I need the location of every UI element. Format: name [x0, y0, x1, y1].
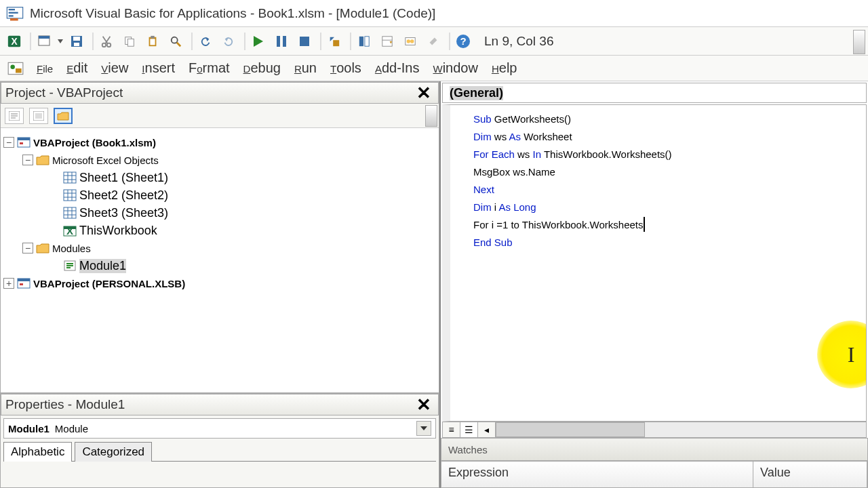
svg-rect-11	[73, 37, 80, 41]
help-button[interactable]: ?	[453, 31, 473, 52]
properties-pane: Properties - Module1 ✕ Module1 Module Al…	[0, 393, 439, 488]
svg-text:?: ?	[460, 35, 466, 47]
vbaproject-icon	[17, 136, 31, 148]
tree-sheet2[interactable]: Sheet2 (Sheet2)	[79, 188, 168, 203]
full-module-view-button[interactable]: ☰	[460, 422, 478, 437]
scroll-left-button[interactable]: ◂	[478, 422, 496, 437]
folder-modules[interactable]: Modules	[52, 243, 91, 254]
project-explorer-button[interactable]	[354, 31, 374, 52]
collapse-icon[interactable]: −	[22, 243, 33, 253]
standard-toolbar: X ? Ln 9, Col 36	[0, 27, 868, 56]
toggle-folders-button[interactable]	[54, 108, 73, 124]
project-tree[interactable]: −VBAProject (Book1.xlsm) −Microsoft Exce…	[1, 128, 439, 392]
properties-obj-type: Module	[55, 423, 88, 434]
copy-button[interactable]	[119, 31, 140, 52]
menu-help[interactable]: Help	[485, 58, 524, 79]
insert-userform-button[interactable]	[34, 31, 54, 52]
svg-marker-24	[254, 36, 263, 47]
watches-col-expression[interactable]: Expression	[441, 462, 753, 487]
menubar: File Edit View Insert Format Debug Run T…	[0, 56, 868, 81]
redo-button[interactable]	[218, 31, 239, 52]
reset-button[interactable]	[294, 31, 315, 52]
project-root-2[interactable]: VBAProject (PERSONAL.XLSB)	[33, 278, 185, 289]
svg-text:X: X	[66, 225, 73, 237]
text-cursor	[644, 217, 645, 232]
project-explorer-close[interactable]: ✕	[414, 83, 434, 104]
expand-icon[interactable]: +	[3, 278, 14, 289]
svg-point-20	[172, 37, 178, 43]
tab-categorized[interactable]: Categorized	[75, 442, 152, 462]
save-button[interactable]	[66, 31, 87, 52]
svg-marker-22	[205, 37, 209, 41]
module-icon	[7, 60, 24, 77]
svg-point-37	[410, 39, 414, 43]
svg-rect-42	[16, 68, 22, 73]
tree-module1[interactable]: Module1	[79, 259, 126, 273]
svg-rect-31	[365, 36, 369, 45]
procedure-view-button[interactable]: ≡	[443, 422, 460, 437]
watches-grid[interactable]: Expression Value	[441, 461, 868, 488]
svg-rect-4	[10, 18, 18, 21]
vbaproject-icon	[17, 277, 31, 289]
svg-text:X: X	[11, 36, 18, 46]
properties-object-selector[interactable]: Module1 Module	[3, 418, 436, 439]
toolbox-button[interactable]	[423, 31, 443, 52]
svg-rect-48	[35, 113, 42, 119]
project-toolbar-overflow[interactable]	[425, 105, 437, 127]
svg-marker-9	[58, 39, 63, 43]
collapse-icon[interactable]: −	[3, 137, 14, 148]
menu-window[interactable]: Window	[426, 58, 484, 79]
menu-edit[interactable]: Edit	[60, 58, 94, 79]
tree-sheet1[interactable]: Sheet1 (Sheet1)	[79, 171, 168, 185]
svg-rect-18	[150, 39, 155, 45]
properties-button[interactable]	[377, 31, 397, 52]
insert-dropdown[interactable]	[57, 39, 64, 43]
svg-rect-8	[39, 36, 50, 39]
excel-icon[interactable]: X	[4, 31, 24, 52]
vba-app-icon	[5, 4, 24, 23]
project-root-1[interactable]: VBAProject (Book1.xlsm)	[33, 137, 156, 148]
menu-tools[interactable]: Tools	[323, 58, 368, 79]
cut-button[interactable]	[96, 31, 117, 52]
svg-rect-76	[20, 283, 23, 285]
view-code-button[interactable]	[5, 108, 24, 124]
menu-debug[interactable]: Debug	[237, 58, 288, 79]
menu-view[interactable]: View	[94, 58, 135, 79]
find-button[interactable]	[165, 31, 186, 52]
menu-file[interactable]: File	[30, 58, 60, 79]
highlight-overlay: I	[817, 321, 867, 388]
properties-obj-name: Module1	[8, 423, 50, 434]
horizontal-scrollbar[interactable]	[496, 422, 866, 437]
menu-insert[interactable]: Insert	[135, 58, 182, 79]
window-title: Microsoft Visual Basic for Applications …	[30, 6, 435, 21]
menu-addins[interactable]: Add-Ins	[368, 58, 427, 79]
properties-close[interactable]: ✕	[414, 394, 434, 415]
tab-alphabetic[interactable]: Alphabetic	[3, 442, 72, 462]
run-button[interactable]	[248, 31, 269, 52]
cursor-position: Ln 9, Col 36	[484, 34, 553, 49]
view-object-button[interactable]	[29, 108, 48, 124]
menu-format[interactable]: Format	[182, 58, 237, 79]
project-explorer: Project - VBAProject ✕ −VBAProject (Book…	[0, 81, 439, 393]
svg-line-21	[177, 42, 180, 45]
break-button[interactable]	[271, 31, 292, 52]
collapse-icon[interactable]: −	[22, 155, 33, 165]
design-mode-button[interactable]	[324, 31, 344, 52]
dropdown-icon[interactable]	[416, 421, 431, 436]
worksheet-icon	[63, 189, 77, 201]
tree-thisworkbook[interactable]: ThisWorkbook	[79, 224, 157, 238]
object-browser-button[interactable]	[400, 31, 420, 52]
svg-rect-26	[283, 36, 286, 47]
watches-col-value[interactable]: Value	[753, 462, 867, 487]
menu-run[interactable]: Run	[288, 58, 323, 79]
paste-button[interactable]	[142, 31, 163, 52]
folder-excel-objects[interactable]: Microsoft Excel Objects	[52, 155, 159, 166]
undo-button[interactable]	[195, 31, 216, 52]
module-icon	[63, 260, 77, 272]
svg-point-41	[10, 64, 15, 69]
code-editor[interactable]: Sub GetWorksheets() Dim ws As Worksheet …	[442, 104, 867, 422]
tree-sheet3[interactable]: Sheet3 (Sheet3)	[79, 206, 168, 220]
toolbar-overflow[interactable]	[853, 30, 865, 54]
code-object-dropdown[interactable]: (General)	[442, 83, 867, 103]
svg-rect-2	[9, 12, 18, 13]
